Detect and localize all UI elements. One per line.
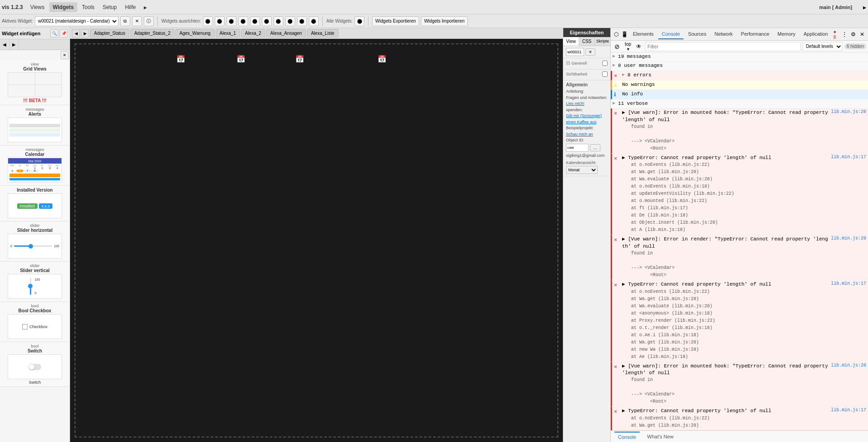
widget-info-btn[interactable]: ⓘ [144, 16, 154, 26]
console-level-select[interactable]: Default levels Verbose Info Warnings Err… [802, 42, 843, 51]
calendar-widget-1[interactable]: 📅 [176, 55, 185, 63]
devtools-close-btn[interactable]: ✕ [858, 30, 866, 39]
active-widget-select[interactable]: w00021 (materialdesign - Calendar) [35, 16, 118, 26]
nav-prev-btn[interactable]: ◀ [0, 39, 9, 50]
hidden-count-badge[interactable]: 6 hidden [844, 43, 866, 49]
import-widgets-btn[interactable]: Widgets Importieren [421, 16, 467, 26]
calendar-widget-2[interactable]: 📅 [236, 55, 245, 63]
devtools-bottom-whatsnew[interactable]: What's New [643, 432, 677, 441]
console-eye-btn[interactable]: 👁 [634, 42, 643, 51]
canvas-tab-adapter-status[interactable]: Adapter_Status [90, 29, 129, 38]
console-entry-error-4[interactable]: ✕ ▶ TypeError: Cannot read property 'len… [611, 280, 868, 362]
devtools-tab-network[interactable]: Network [711, 29, 736, 39]
console-entry-noinfo[interactable]: ℹ No info [611, 90, 868, 99]
object-id-input[interactable] [566, 144, 589, 152]
error-3-link[interactable]: lib.min.js:20 [831, 236, 866, 250]
menu-setup[interactable]: Setup [99, 2, 120, 12]
console-entry-error-5[interactable]: ✕ ▶ [Vue warn]: Error in mounted hook: "… [611, 362, 868, 407]
error-6-link[interactable]: lib.min.js:17 [831, 408, 866, 414]
devtools-tab-memory[interactable]: Memory [774, 29, 799, 39]
widget-item-slider-h[interactable]: slider Slider horizontal 0 100 [0, 221, 70, 262]
devtools-more-btn[interactable]: ⋮ [840, 30, 849, 39]
schau-mich-link[interactable]: Schau mich an [566, 132, 593, 136]
devtools-device-btn[interactable]: 📱 [621, 30, 628, 39]
widget-item-slider-v[interactable]: slider Slider vertical 100 0 [0, 262, 70, 302]
visibility-checkbox[interactable] [602, 71, 608, 77]
widget-item-alerts[interactable]: messages Alerts [0, 105, 70, 146]
canvas-tab-alexa-liste[interactable]: Alexa_Liste [307, 29, 339, 38]
export-widgets-btn[interactable]: Widgets Exportieren [372, 16, 419, 26]
menu-extra[interactable]: ▸ [140, 2, 151, 13]
widget-item-installed[interactable]: Installed Version installed x.x.x [0, 186, 70, 221]
console-filter-input[interactable] [645, 42, 801, 51]
menu-hilfe[interactable]: Hilfe [121, 2, 139, 12]
widget-delete-btn[interactable]: ✕ [132, 16, 142, 26]
canvas-container[interactable]: 📅 📅 📅 📅 [70, 39, 563, 442]
view-expand-icon[interactable]: ▸ [863, 4, 866, 11]
menu-tools[interactable]: Tools [78, 2, 98, 12]
widget-id-clear-btn[interactable]: ✕ [585, 48, 595, 56]
kaffee-link[interactable]: Gib mir (Scrounger) einen Kaffee aus [566, 113, 602, 124]
pin-btn[interactable]: 📌 [60, 29, 68, 38]
error-4-link[interactable]: lib.min.js:17 [831, 281, 866, 288]
all-widgets-toggle[interactable]: ⬤ [354, 16, 364, 26]
close-panel-btn[interactable]: ✕ [61, 51, 69, 59]
prop-tab-css[interactable]: CSS [579, 37, 595, 46]
devtools-settings-btn[interactable]: ⚙ [849, 30, 858, 39]
devtools-tab-console[interactable]: Console [658, 29, 684, 39]
menu-views[interactable]: Views [27, 2, 48, 12]
align-left-btn[interactable]: ⬤ [203, 16, 213, 26]
widget-item-grid-views[interactable]: view Grid Views !!! BETA !!! [0, 60, 70, 105]
expand-8user[interactable]: ▶ [613, 62, 615, 68]
align-center-btn[interactable]: ⬤ [215, 16, 225, 26]
console-entry-11verbose[interactable]: ▶ 11 verbose [611, 99, 868, 108]
console-top-btn[interactable]: top ▾ [623, 42, 632, 51]
widget-id-input[interactable]: w00021 [566, 48, 584, 56]
canvas-tab-prev[interactable]: ◀ [72, 29, 80, 38]
canvas-tab-alexa-1[interactable]: Alexa_1 [216, 29, 240, 38]
devtools-tab-performance[interactable]: Performance [737, 29, 773, 39]
align-v-btn[interactable]: ⬤ [285, 16, 295, 26]
console-clear-btn[interactable]: ⊘ [613, 42, 622, 51]
search-btn[interactable]: 🔍 [50, 29, 58, 38]
error-2-link[interactable]: lib.min.js:17 [831, 155, 866, 161]
devtools-tab-elements[interactable]: Elements [629, 29, 657, 39]
lies-mich-link-1[interactable]: Lies mich! [566, 101, 585, 106]
align-bottom-btn[interactable]: ⬤ [262, 16, 272, 26]
console-entry-error-6[interactable]: ✕ ▶ TypeError: Cannot read property 'len… [611, 407, 868, 430]
expand-8errors[interactable]: ▶ [622, 72, 625, 77]
canvas-tab-alexa-ansagen[interactable]: Alexa_Ansagen [266, 29, 306, 38]
canvas-tab-ages-warnung[interactable]: Ages_Warnung [175, 29, 215, 38]
widget-item-switch[interactable]: bool Switch Switch [0, 342, 70, 387]
canvas-tab-alexa-2[interactable]: Alexa_2 [241, 29, 265, 38]
expand-11verbose[interactable]: ▶ [613, 100, 615, 106]
align-h-btn[interactable]: ⬤ [274, 16, 283, 26]
widget-copy-btn[interactable]: ⧉ [120, 16, 130, 26]
devtools-inspect-btn[interactable]: ⬡ [613, 30, 620, 39]
console-entry-19msg[interactable]: ▶ 19 messages [611, 52, 868, 61]
error-5-link[interactable]: lib.min.js:20 [831, 363, 866, 377]
align-top-btn[interactable]: ⬤ [238, 16, 248, 26]
devtools-tab-application[interactable]: Application [800, 29, 832, 39]
devtools-bottom-console[interactable]: Console [614, 432, 640, 442]
widget-item-checkbox[interactable]: bool Bool Checkbox Checkbox [0, 302, 70, 342]
error-1-link[interactable]: lib.min.js:20 [831, 109, 866, 123]
filter-checkbox[interactable] [602, 61, 608, 66]
calendar-widget-4[interactable]: 📅 [377, 55, 387, 63]
console-entry-error-3[interactable]: ✕ ▶ [Vue warn]: Error in render: "TypeEr… [611, 235, 868, 280]
align-spread2-btn[interactable]: ⬤ [309, 16, 319, 26]
calendar-widget-3[interactable]: 📅 [295, 55, 304, 63]
align-right-btn[interactable]: ⬤ [226, 16, 236, 26]
menu-widgets[interactable]: Widgets [49, 2, 78, 12]
console-entry-8user[interactable]: ▶ 8 user messages [611, 61, 868, 71]
prop-tab-scripts[interactable]: Skripte [595, 37, 610, 46]
align-middle-btn[interactable]: ⬤ [250, 16, 260, 26]
console-output[interactable]: ▶ 19 messages ▶ 8 user messages ✕ ▶ 8 er… [611, 52, 868, 430]
console-entry-nowarnings[interactable]: ⚠ No warnings [611, 80, 868, 90]
console-entry-8errors[interactable]: ✕ ▶ 8 errors [611, 71, 868, 80]
canvas-tab-next[interactable]: ▶ [81, 29, 89, 38]
devtools-tab-sources[interactable]: Sources [684, 29, 710, 39]
console-entry-error-2[interactable]: ✕ ▶ TypeError: Cannot read property 'len… [611, 154, 868, 235]
calendar-view-select[interactable]: Monat Woche Tag [566, 166, 598, 174]
align-spread-btn[interactable]: ⬤ [297, 16, 307, 26]
